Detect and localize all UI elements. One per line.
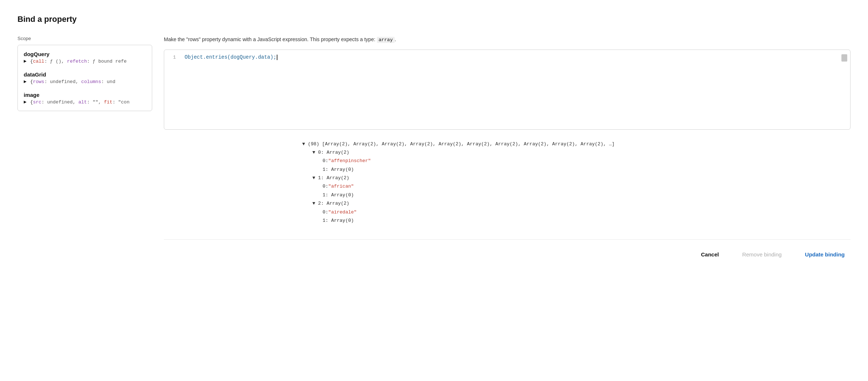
- tree-root: ▼ (98) [Array(2), Array(2), Array(2), Ar…: [302, 140, 851, 148]
- scope-item-value-datagrid: ► {rows: undefined, columns: und: [24, 79, 146, 85]
- description-text-before: Make the "rows" property dynamic with a …: [164, 36, 377, 42]
- scope-item-name-image: image: [24, 92, 146, 98]
- tree-item-0: ▼ 0: Array(2): [302, 148, 851, 157]
- scope-item-value-image: ► {src: undefined, alt: "", fit: "con: [24, 99, 146, 105]
- tree-item-2-1: 1: Array(0): [302, 216, 851, 225]
- right-panel: Make the "rows" property dynamic with a …: [164, 36, 851, 260]
- cursor: [277, 55, 277, 60]
- tree-item-0-1: 1: Array(0): [302, 165, 851, 174]
- tree-item-0-label: ▼ 0: Array(2): [312, 148, 349, 157]
- output-tree: ▼ (98) [Array(2), Array(2), Array(2), Ar…: [164, 140, 851, 225]
- tree-root-label: ▼ (98) [Array(2), Array(2), Array(2), Ar…: [302, 140, 615, 148]
- scope-item-datagrid[interactable]: dataGrid ► {rows: undefined, columns: un…: [24, 71, 146, 85]
- description: Make the "rows" property dynamic with a …: [164, 36, 851, 44]
- remove-binding-button[interactable]: Remove binding: [736, 248, 787, 260]
- scope-panel: Scope dogQuery ► {call: ƒ (), refetch: ƒ…: [17, 36, 152, 111]
- output-area: ▼ (98) [Array(2), Array(2), Array(2), Ar…: [164, 140, 851, 225]
- tree-item-1-0: 0: "african": [302, 182, 851, 190]
- scope-item-name-dogquery: dogQuery: [24, 51, 146, 57]
- scope-item-name-datagrid: dataGrid: [24, 71, 146, 78]
- tree-item-1: ▼ 1: Array(2): [302, 174, 851, 182]
- tree-item-1-1: 1: Array(0): [302, 191, 851, 199]
- code-editor[interactable]: 1 Object.entries(dogQuery.data);: [164, 50, 851, 130]
- line-number: 1: [170, 55, 176, 60]
- footer-actions: Cancel Remove binding Update binding: [164, 239, 851, 260]
- scrollbar-indicator: [841, 54, 847, 62]
- scope-item-dogquery[interactable]: dogQuery ► {call: ƒ (), refetch: ƒ bound…: [24, 51, 146, 64]
- code-content: Object.entries(dogQuery.data);: [185, 54, 277, 60]
- update-binding-button[interactable]: Update binding: [799, 248, 851, 260]
- main-layout: Scope dogQuery ► {call: ƒ (), refetch: ƒ…: [17, 36, 851, 260]
- scope-item-value-dogquery: ► {call: ƒ (), refetch: ƒ bound refe: [24, 59, 146, 64]
- scope-item-image[interactable]: image ► {src: undefined, alt: "", fit: "…: [24, 92, 146, 105]
- cancel-button[interactable]: Cancel: [695, 248, 725, 260]
- description-type: array: [377, 37, 395, 43]
- scope-label: Scope: [17, 36, 152, 41]
- scope-box: dogQuery ► {call: ƒ (), refetch: ƒ bound…: [17, 45, 152, 111]
- description-text-after: .: [395, 36, 396, 42]
- code-line-1: 1 Object.entries(dogQuery.data);: [170, 54, 844, 60]
- page-title: Bind a property: [17, 15, 851, 24]
- tree-item-0-0: 0: "affenpinscher": [302, 157, 851, 165]
- tree-item-2-0: 0: "airedale": [302, 208, 851, 216]
- tree-item-2: ▼ 2: Array(2): [302, 199, 851, 208]
